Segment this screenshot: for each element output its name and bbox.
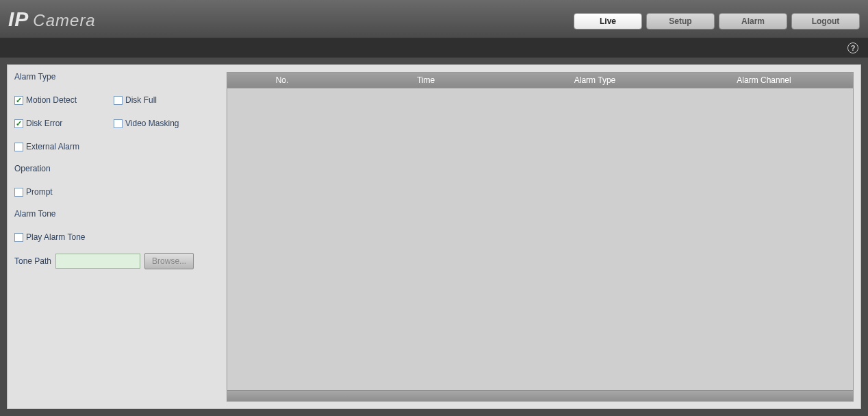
label-external-alarm[interactable]: External Alarm — [26, 142, 79, 151]
table-header: No. Time Alarm Type Alarm Channel — [227, 73, 853, 88]
checkbox-disk-error[interactable] — [14, 119, 23, 128]
checkbox-row-motion-detect: Motion Detect — [14, 88, 114, 112]
col-channel: Alarm Channel — [675, 75, 853, 85]
label-disk-error[interactable]: Disk Error — [26, 119, 62, 128]
checkbox-row-video-masking: Video Masking — [114, 112, 213, 135]
checkbox-video-masking[interactable] — [114, 119, 123, 128]
checkbox-disk-full[interactable] — [114, 96, 123, 105]
checkbox-motion-detect[interactable] — [14, 96, 23, 105]
section-alarm-tone: Alarm Tone — [14, 209, 220, 219]
nav-tabs: Live Setup Alarm Logout — [574, 0, 860, 38]
section-operation: Operation — [14, 164, 220, 173]
col-type: Alarm Type — [515, 75, 675, 85]
sidebar: Alarm Type Motion Detect Disk Full Disk … — [14, 72, 220, 402]
sub-bar: ? — [0, 38, 868, 58]
tone-path-input[interactable] — [55, 254, 140, 269]
checkbox-external-alarm[interactable] — [14, 143, 23, 151]
checkbox-play-alarm-tone[interactable] — [14, 233, 23, 242]
operation-checks: Prompt — [14, 180, 220, 204]
col-no: No. — [227, 75, 337, 85]
tab-live[interactable]: Live — [574, 13, 642, 29]
checkbox-row-disk-error: Disk Error — [14, 112, 114, 135]
checkbox-row-external-alarm: External Alarm — [14, 135, 220, 158]
tab-setup[interactable]: Setup — [646, 13, 715, 29]
checkbox-prompt[interactable] — [14, 188, 23, 197]
label-motion-detect[interactable]: Motion Detect — [26, 95, 77, 105]
tone-path-row: Tone Path Browse... — [14, 253, 220, 269]
tone-path-label: Tone Path — [14, 256, 51, 266]
tab-alarm[interactable]: Alarm — [719, 13, 787, 29]
logo-ip: IP — [8, 8, 29, 31]
logo-camera: Camera — [33, 11, 95, 30]
content-wrap: Alarm Type Motion Detect Disk Full Disk … — [0, 58, 868, 416]
checkbox-row-disk-full: Disk Full — [114, 88, 213, 112]
col-time: Time — [337, 75, 515, 85]
section-alarm-type: Alarm Type — [14, 72, 220, 82]
table-body[interactable] — [227, 88, 853, 390]
logo: IP Camera — [8, 8, 96, 31]
header: IP Camera Live Setup Alarm Logout — [0, 0, 868, 38]
alarm-type-checks: Motion Detect Disk Full Disk Error Video… — [14, 88, 220, 158]
label-play-alarm-tone[interactable]: Play Alarm Tone — [26, 232, 86, 242]
label-prompt[interactable]: Prompt — [26, 187, 53, 197]
alarm-tone-checks: Play Alarm Tone — [14, 225, 220, 249]
table-footer — [227, 390, 853, 401]
label-video-masking[interactable]: Video Masking — [125, 119, 179, 128]
browse-button[interactable]: Browse... — [144, 253, 194, 269]
content: Alarm Type Motion Detect Disk Full Disk … — [7, 64, 861, 409]
checkbox-row-prompt: Prompt — [14, 180, 220, 204]
help-icon[interactable]: ? — [847, 42, 858, 53]
checkbox-row-play-alarm-tone: Play Alarm Tone — [14, 225, 220, 249]
tab-logout[interactable]: Logout — [791, 13, 860, 29]
label-disk-full[interactable]: Disk Full — [125, 95, 157, 105]
alarm-table: No. Time Alarm Type Alarm Channel — [227, 72, 854, 402]
